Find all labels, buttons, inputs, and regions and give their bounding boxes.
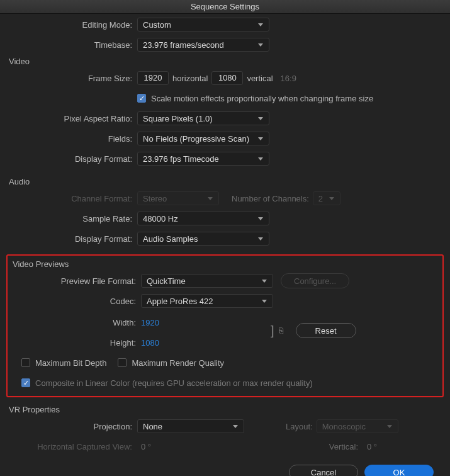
timebase-select[interactable]: 23.976 frames/second bbox=[137, 38, 269, 52]
video-previews-section-title: Video Previews bbox=[9, 257, 441, 270]
timebase-label: Timebase: bbox=[5, 40, 137, 50]
projection-label: Projection: bbox=[5, 422, 137, 431]
audio-dispfmt-select[interactable]: Audio Samples bbox=[137, 232, 269, 246]
preview-width-label: Width: bbox=[9, 318, 141, 327]
editing-mode-label: Editing Mode: bbox=[5, 20, 137, 30]
par-label: Pixel Aspect Ratio: bbox=[5, 114, 137, 123]
codec-select[interactable]: Apple ProRes 422 bbox=[141, 294, 273, 308]
linear-color-row[interactable]: Composite in Linear Color (requires GPU … bbox=[21, 378, 313, 388]
codec-label: Codec: bbox=[9, 297, 141, 306]
codec-value: Apple ProRes 422 bbox=[147, 297, 213, 306]
video-dispfmt-label: Display Format: bbox=[5, 154, 137, 164]
timebase-value: 23.976 frames/second bbox=[143, 40, 224, 50]
max-render-quality-row[interactable]: Maximum Render Quality bbox=[118, 358, 224, 368]
num-channels-select: 2 bbox=[313, 191, 340, 205]
editing-mode-value: Custom bbox=[143, 20, 171, 30]
configure-button: Configure... bbox=[281, 273, 349, 288]
window-titlebar: Sequence Settings bbox=[0, 0, 450, 14]
linear-color-checkbox[interactable] bbox=[21, 378, 30, 387]
sample-rate-label: Sample Rate: bbox=[5, 214, 137, 224]
layout-select: Monoscopic bbox=[317, 419, 398, 433]
scale-motion-checkbox-row[interactable]: Scale motion effects proportionally when… bbox=[137, 94, 373, 103]
horizontal-label: horizontal bbox=[169, 74, 211, 83]
link-bracket-icon: ] bbox=[267, 324, 278, 338]
video-previews-highlight: Video Previews Preview File Format: Quic… bbox=[6, 254, 444, 397]
chevron-down-icon bbox=[257, 21, 264, 28]
preview-width-input[interactable]: 1920 bbox=[141, 318, 159, 327]
cancel-button[interactable]: Cancel bbox=[289, 465, 358, 476]
chevron-down-icon bbox=[261, 298, 267, 304]
audio-dispfmt-value: Audio Samples bbox=[143, 234, 198, 244]
ok-button[interactable]: OK bbox=[364, 465, 434, 476]
chevron-down-icon bbox=[207, 195, 213, 201]
chevron-down-icon bbox=[257, 235, 264, 242]
chevron-down-icon bbox=[329, 195, 335, 201]
linear-color-label: Composite in Linear Color (requires GPU … bbox=[35, 378, 313, 388]
layout-label: Layout: bbox=[282, 422, 317, 431]
chevron-down-icon bbox=[257, 215, 264, 222]
vert-captured-label: Vertical: bbox=[319, 442, 363, 451]
chevron-down-icon bbox=[257, 156, 264, 162]
frame-size-label: Frame Size: bbox=[5, 74, 137, 83]
scale-motion-label: Scale motion effects proportionally when… bbox=[151, 94, 373, 103]
scale-motion-checkbox[interactable] bbox=[137, 94, 146, 103]
par-select[interactable]: Square Pixels (1.0) bbox=[137, 111, 269, 125]
max-bit-depth-checkbox[interactable] bbox=[21, 358, 30, 367]
num-channels-label: Number of Channels: bbox=[219, 194, 313, 203]
vert-captured-value: 0 ° bbox=[363, 442, 445, 451]
preview-file-fmt-select[interactable]: QuickTime bbox=[141, 274, 273, 288]
horiz-captured-value: 0 ° bbox=[137, 442, 155, 451]
preview-file-fmt-label: Preview File Format: bbox=[9, 276, 141, 286]
max-bit-depth-row[interactable]: Maximum Bit Depth bbox=[21, 358, 106, 368]
fields-select[interactable]: No Fields (Progressive Scan) bbox=[137, 132, 269, 145]
num-channels-value: 2 bbox=[318, 194, 323, 203]
channel-fmt-label: Channel Format: bbox=[5, 194, 137, 203]
chevron-down-icon bbox=[257, 42, 264, 48]
editing-mode-select[interactable]: Custom bbox=[137, 18, 269, 31]
vr-section-title: VR Properties bbox=[5, 402, 445, 416]
video-dispfmt-value: 23.976 fps Timecode bbox=[143, 154, 219, 164]
sample-rate-value: 48000 Hz bbox=[143, 214, 178, 224]
chevron-down-icon bbox=[386, 423, 393, 429]
fields-label: Fields: bbox=[5, 134, 137, 144]
video-section-title: Video bbox=[5, 54, 445, 67]
max-render-quality-checkbox[interactable] bbox=[118, 358, 127, 367]
chevron-down-icon bbox=[232, 423, 239, 429]
max-bit-depth-label: Maximum Bit Depth bbox=[35, 358, 106, 368]
preview-height-label: Height: bbox=[9, 338, 141, 348]
frame-width-input[interactable]: 1920 bbox=[137, 71, 169, 85]
projection-value: None bbox=[143, 422, 162, 431]
aspect-ratio-label: 16:9 bbox=[277, 74, 300, 83]
horiz-captured-label: Horizontal Captured View: bbox=[5, 442, 137, 451]
layout-value: Monoscopic bbox=[322, 422, 366, 431]
chevron-down-icon bbox=[261, 278, 267, 284]
reset-button[interactable]: Reset bbox=[296, 323, 356, 338]
preview-file-fmt-value: QuickTime bbox=[147, 276, 186, 286]
channel-fmt-value: Stereo bbox=[143, 194, 167, 203]
par-value: Square Pixels (1.0) bbox=[143, 114, 213, 123]
link-icon[interactable]: ⎘ bbox=[278, 326, 284, 335]
sample-rate-select[interactable]: 48000 Hz bbox=[137, 212, 269, 225]
frame-height-input[interactable]: 1080 bbox=[211, 71, 243, 85]
audio-section-title: Audio bbox=[5, 174, 445, 188]
fields-value: No Fields (Progressive Scan) bbox=[143, 134, 249, 144]
preview-height-input[interactable]: 1080 bbox=[141, 338, 159, 348]
max-render-quality-label: Maximum Render Quality bbox=[132, 358, 224, 368]
channel-fmt-select: Stereo bbox=[137, 191, 219, 205]
chevron-down-icon bbox=[257, 135, 264, 142]
chevron-down-icon bbox=[257, 115, 264, 122]
vertical-label: vertical bbox=[243, 74, 276, 83]
projection-select[interactable]: None bbox=[137, 419, 244, 433]
video-dispfmt-select[interactable]: 23.976 fps Timecode bbox=[137, 152, 269, 166]
audio-dispfmt-label: Display Format: bbox=[5, 234, 137, 244]
